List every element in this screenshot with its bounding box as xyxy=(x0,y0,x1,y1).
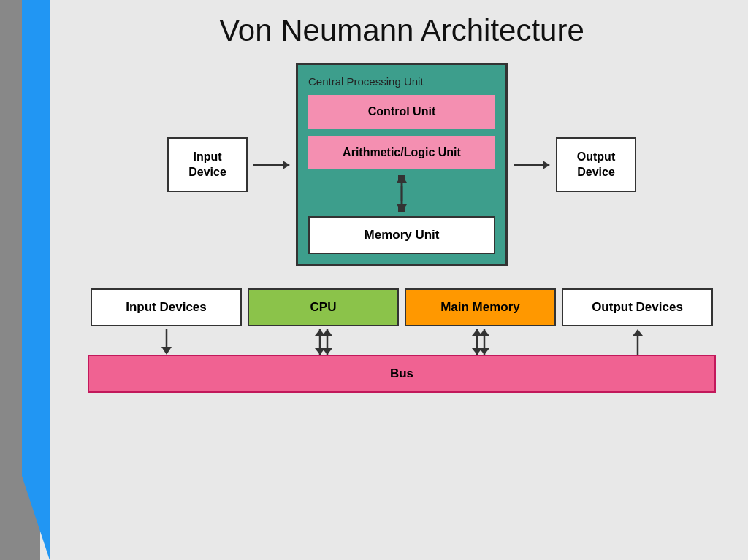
cpu-memory-arrows xyxy=(308,175,495,212)
cpu-section-label: Central Processing Unit xyxy=(308,75,495,88)
bus-bar: Bus xyxy=(88,355,716,393)
control-unit-label: Control Unit xyxy=(368,105,435,118)
svg-marker-10 xyxy=(543,161,550,169)
cpu-outer-box: Central Processing Unit Control Unit Ari… xyxy=(296,63,508,266)
arrow-col-memory xyxy=(405,329,556,355)
control-unit-box: Control Unit xyxy=(308,95,495,129)
svg-marker-26 xyxy=(633,329,643,336)
bottom-cpu-label: CPU xyxy=(310,300,337,314)
svg-marker-23 xyxy=(479,329,489,336)
svg-marker-1 xyxy=(283,161,290,169)
output-device-label: Output Device xyxy=(577,150,615,180)
bottom-diagram: Input Devices CPU Main Memory Output Dev… xyxy=(88,288,716,393)
bottom-input-devices-label: Input Devices xyxy=(126,300,207,314)
svg-marker-12 xyxy=(161,347,172,355)
alu-box: Arithmetic/Logic Unit xyxy=(308,136,495,169)
main-content: Von Neumann Architecture Input Device Ce… xyxy=(58,0,745,560)
bottom-input-devices-box: Input Devices xyxy=(91,288,242,326)
alu-label: Arithmetic/Logic Unit xyxy=(343,146,461,158)
arrow-input-to-cpu xyxy=(253,158,290,172)
svg-marker-18 xyxy=(322,348,332,355)
bottom-boxes-row: Input Devices CPU Main Memory Output Dev… xyxy=(88,288,716,326)
arrow-col-input xyxy=(91,329,242,355)
top-diagram: Input Device Central Processing Unit Con… xyxy=(58,63,745,266)
arrow-cpu-to-output xyxy=(514,158,550,172)
bottom-main-memory-label: Main Memory xyxy=(440,300,520,314)
memory-unit-label: Memory Unit xyxy=(365,228,440,242)
svg-marker-24 xyxy=(479,348,489,355)
page-title: Von Neumann Architecture xyxy=(58,0,745,55)
memory-unit-box: Memory Unit xyxy=(308,216,495,254)
bottom-main-memory-box: Main Memory xyxy=(405,288,556,326)
bottom-cpu-box: CPU xyxy=(248,288,399,326)
arrow-col-output xyxy=(562,329,713,355)
bottom-arrows-row xyxy=(88,329,716,355)
arrow-col-cpu xyxy=(248,329,399,355)
accent-blue-bar xyxy=(22,0,50,560)
input-device-box: Input Device xyxy=(167,137,248,192)
bus-label: Bus xyxy=(390,367,413,380)
bottom-output-devices-label: Output Devices xyxy=(592,300,683,314)
input-device-label: Input Device xyxy=(188,150,226,180)
bottom-output-devices-box: Output Devices xyxy=(562,288,713,326)
output-device-box: Output Device xyxy=(556,137,636,192)
svg-marker-17 xyxy=(322,329,332,336)
